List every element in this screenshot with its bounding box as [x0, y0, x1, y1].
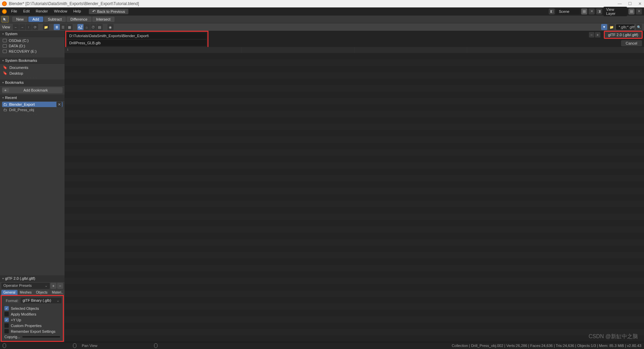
watermark: CSDN @新缸中之脑 — [589, 333, 638, 340]
close-icon[interactable]: ✕ — [638, 1, 642, 6]
checkbox-icon[interactable] — [4, 312, 9, 316]
sort-time-icon[interactable]: ⏱ — [90, 24, 96, 30]
option-custom-properties[interactable]: Custom Properties — [3, 323, 61, 328]
cancel-button[interactable]: Cancel — [621, 40, 642, 46]
status-info: Collection | Drill_Press_obj.002 | Verts… — [452, 344, 641, 348]
decrement-icon[interactable]: − — [589, 32, 594, 38]
bookmarks-header[interactable]: Bookmarks — [0, 79, 65, 86]
back-to-previous-button[interactable]: Back to Previous — [89, 9, 129, 14]
operator-presets-dropdown[interactable]: Operator Presets — [1, 283, 50, 289]
format-dropdown[interactable]: glTF Binary (.glb) — [21, 298, 61, 303]
main-menubar: File Edit Render Window Help Back to Pre… — [0, 7, 644, 15]
bookmark-item[interactable]: 🔖Desktop — [2, 70, 63, 76]
search-icon[interactable]: 🔍 — [636, 24, 642, 30]
splitter[interactable]: · · · · — [0, 113, 65, 116]
viewlayer-input[interactable]: View Layer — [603, 7, 627, 16]
subtract-button[interactable]: Subtract — [44, 17, 66, 22]
checkbox-icon[interactable]: ✓ — [4, 306, 9, 310]
filter-folder-icon[interactable]: 📁 — [609, 24, 615, 30]
bookmark-icon: 🔖 — [3, 71, 7, 75]
recent-delete-icon[interactable]: ✕ — [56, 102, 62, 107]
viewlayer-browse-icon[interactable]: ▦ — [628, 8, 635, 15]
recent-item[interactable]: 🗀Drill_Press_obj — [2, 107, 63, 113]
option-apply-modifiers[interactable]: Apply Modifiers — [3, 311, 61, 317]
filter-input[interactable]: *.glb;*.gltf — [616, 24, 635, 30]
tab-general[interactable]: General — [1, 290, 18, 295]
sidebar: System OSDisk (C:) DATA (D:) RECOVERY (E… — [0, 31, 65, 342]
add-bookmark-button[interactable]: +Add Bookmark — [2, 87, 63, 93]
col-extra[interactable] — [467, 47, 644, 53]
export-gltf-button[interactable]: glTF 2.0 (.glb/.gltf) — [604, 31, 643, 39]
bookmark-icon: 🔖 — [3, 65, 7, 70]
difference-button[interactable]: Difference — [67, 17, 92, 22]
col-size[interactable] — [354, 47, 467, 53]
option-y-up[interactable]: ✓+Y Up — [3, 317, 61, 323]
intersect-button[interactable]: Intersect — [92, 17, 115, 22]
preset-add-icon[interactable]: + — [50, 283, 56, 289]
col-date[interactable] — [242, 47, 354, 53]
menu-edit[interactable]: Edit — [20, 7, 33, 15]
checkbox-icon[interactable] — [4, 323, 9, 328]
menu-window[interactable]: Window — [51, 7, 70, 15]
blender-icon[interactable] — [1, 8, 8, 15]
window-title: Blender* [D:\Tutorials\DataSmith_Exports… — [9, 1, 139, 6]
mouse-icon — [3, 343, 6, 348]
new-folder-icon[interactable]: 📁 — [43, 24, 49, 30]
filter-icon[interactable]: ▼ — [601, 24, 607, 30]
recent-item[interactable]: 🗀Blender_Export — [2, 102, 63, 107]
viewlayer-delete-icon[interactable]: ✕ — [636, 8, 642, 15]
blender-logo-icon — [2, 1, 7, 6]
bookmark-item[interactable]: 🔖Documents — [2, 65, 63, 70]
option-selected-objects[interactable]: ✓Selected Objects — [3, 305, 61, 311]
tab-materials[interactable]: Materi.. — [50, 290, 65, 295]
option-remember-settings[interactable]: Remember Export Settings — [3, 328, 61, 334]
nav-forward-icon[interactable]: → — [19, 24, 25, 30]
checkbox-icon[interactable] — [4, 329, 9, 333]
increment-icon[interactable]: + — [595, 32, 600, 38]
scene-icon[interactable]: ◧ — [549, 8, 555, 15]
list-long-icon[interactable]: ☰ — [60, 24, 66, 30]
col-name[interactable]: ↓ — [65, 47, 242, 53]
scene-browse-icon[interactable]: ▦ — [581, 8, 587, 15]
sort-ext-icon[interactable]: ⌂ — [84, 24, 90, 30]
nav-back-icon[interactable]: ← — [13, 24, 19, 30]
export-header[interactable]: glTF 2.0 (.glb/.gltf) — [0, 275, 65, 282]
copyright-label: Copyrig... — [4, 335, 20, 339]
volume-item[interactable]: DATA (D:) — [2, 43, 63, 49]
tab-objects[interactable]: Objects — [34, 290, 50, 295]
tab-meshes[interactable]: Meshes — [18, 290, 34, 295]
splitter[interactable]: · · · · — [0, 55, 65, 57]
status-hint: Pan View — [82, 344, 97, 348]
viewlayer-icon[interactable]: ◨ — [596, 8, 602, 15]
export-panel: glTF 2.0 (.glb/.gltf) Operator Presets +… — [0, 275, 65, 342]
nav-up-icon[interactable]: ↑ — [26, 24, 32, 30]
preset-remove-icon[interactable]: − — [57, 283, 63, 289]
scene-delete-icon[interactable]: ✕ — [589, 8, 595, 15]
new-button[interactable]: New — [12, 17, 28, 22]
scene-input[interactable]: Scene — [556, 9, 580, 14]
maximize-icon[interactable]: ☐ — [628, 1, 632, 6]
volume-item[interactable]: RECOVERY (E:) — [2, 49, 63, 54]
splitter[interactable]: · · · · — [0, 77, 65, 79]
show-hidden-icon[interactable]: ◉ — [107, 24, 114, 30]
system-bookmarks-header[interactable]: System Bookmarks — [0, 57, 65, 64]
copyright-input[interactable] — [22, 336, 60, 338]
menu-file[interactable]: File — [8, 7, 20, 15]
volume-item[interactable]: OSDisk (C:) — [2, 38, 63, 43]
filename-input[interactable]: DrillPress_GLB.glb — [67, 40, 206, 46]
recent-header[interactable]: Recent — [0, 95, 65, 101]
list-short-icon[interactable]: ≣ — [54, 24, 60, 30]
sort-size-icon[interactable]: ▤ — [97, 24, 103, 30]
view-menu[interactable]: View — [2, 25, 10, 29]
system-header[interactable]: System — [0, 31, 65, 37]
directory-path-input[interactable]: D:\Tutorials\DataSmith_Exports\Blender_E… — [67, 33, 206, 39]
sort-alpha-icon[interactable]: A͟Z — [77, 24, 83, 30]
minimize-icon[interactable]: — — [618, 1, 622, 6]
nav-refresh-icon[interactable]: ⟳ — [32, 24, 38, 30]
thumbnail-icon[interactable]: ▦ — [67, 24, 73, 30]
menu-render[interactable]: Render — [33, 7, 51, 15]
cursor-tool-icon[interactable] — [1, 16, 9, 23]
menu-help[interactable]: Help — [70, 7, 84, 15]
add-button[interactable]: Add — [28, 17, 43, 22]
checkbox-icon[interactable]: ✓ — [4, 318, 9, 322]
